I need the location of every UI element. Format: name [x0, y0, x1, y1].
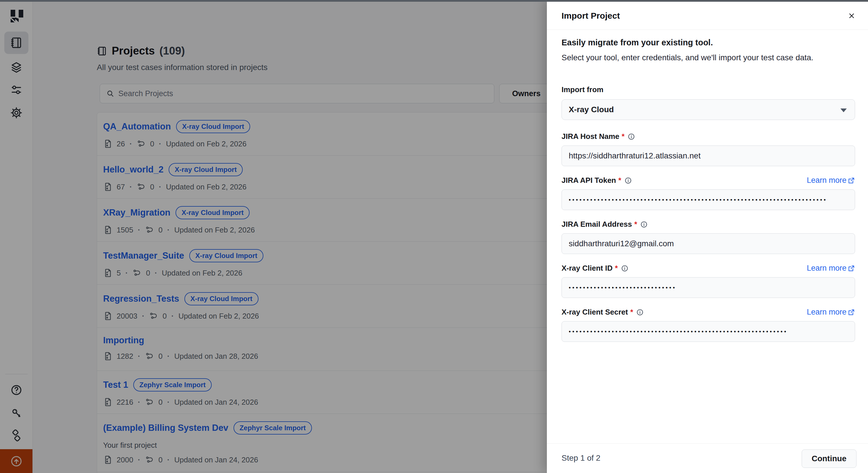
- jira-host-label: JIRA Host Name: [561, 132, 619, 141]
- step-indicator: Step 1 of 2: [561, 444, 600, 472]
- drawer-title: Import Project: [561, 2, 620, 30]
- close-icon: [847, 11, 856, 20]
- xray-client-id-input[interactable]: [561, 277, 855, 298]
- learn-more-link[interactable]: Learn more: [807, 176, 855, 185]
- learn-more-link[interactable]: Learn more: [807, 308, 855, 316]
- import-from-label: Import from: [561, 85, 603, 94]
- xray-client-secret-label: X-ray Client Secret: [561, 308, 628, 316]
- import-from-selected-value: X-ray Cloud: [569, 105, 614, 114]
- import-from-select[interactable]: X-ray Cloud: [561, 99, 855, 120]
- drawer-intro-subtext: Select your tool, enter credentials, and…: [561, 53, 855, 62]
- external-link-icon: [847, 308, 855, 316]
- xray-client-id-label: X-ray Client ID: [561, 264, 613, 273]
- external-link-icon: [847, 265, 855, 272]
- chevron-down-icon: [840, 108, 847, 112]
- top-edge-strip: [0, 0, 868, 2]
- drawer-header: Import Project: [547, 2, 868, 30]
- info-icon[interactable]: [621, 264, 629, 272]
- external-link-icon: [847, 177, 855, 184]
- drawer-intro-heading: Easily migrate from your existing tool.: [561, 38, 855, 47]
- info-icon[interactable]: [636, 308, 644, 316]
- info-icon[interactable]: [624, 176, 632, 184]
- close-button[interactable]: [846, 10, 857, 21]
- drawer-footer: Step 1 of 2 Continue: [547, 443, 868, 473]
- info-icon[interactable]: [640, 221, 648, 229]
- jira-email-input[interactable]: [561, 233, 855, 254]
- info-icon[interactable]: [627, 133, 636, 141]
- import-project-drawer: Import Project Easily migrate from your …: [547, 0, 868, 473]
- learn-more-link[interactable]: Learn more: [807, 264, 855, 273]
- jira-host-input[interactable]: [561, 145, 855, 166]
- jira-email-label: JIRA Email Address: [561, 220, 632, 229]
- xray-client-secret-input[interactable]: [561, 321, 855, 342]
- drawer-body: Easily migrate from your existing tool. …: [561, 30, 855, 342]
- jira-token-input[interactable]: [561, 190, 855, 210]
- continue-button[interactable]: Continue: [802, 449, 857, 468]
- jira-token-label: JIRA API Token: [561, 176, 616, 185]
